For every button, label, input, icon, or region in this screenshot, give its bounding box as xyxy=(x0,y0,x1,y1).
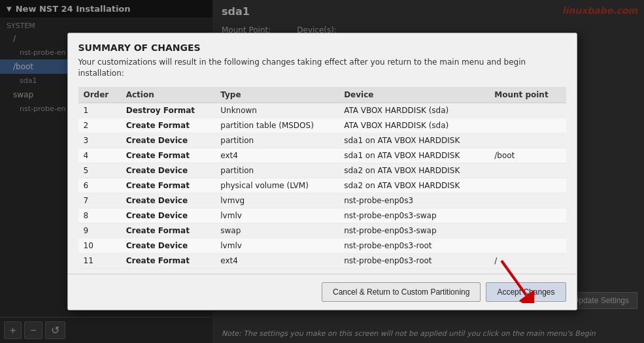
cell-device: nst-probe-enp0s3 xyxy=(339,193,489,208)
cell-action: Create Device xyxy=(121,208,216,223)
cell-mount xyxy=(489,208,566,223)
table-header-row: Order Action Type Device Mount point xyxy=(78,87,566,103)
cell-mount: / xyxy=(489,253,566,268)
changes-table: Order Action Type Device Mount point 1 D… xyxy=(78,87,566,269)
cell-order: 6 xyxy=(78,178,121,193)
cell-action: Create Format xyxy=(121,223,216,238)
cell-action: Create Device xyxy=(121,238,216,253)
cell-order: 10 xyxy=(78,238,121,253)
cell-action: Create Device xyxy=(121,133,216,148)
cell-order: 9 xyxy=(78,223,121,238)
table-row: 9 Create Format swap nst-probe-enp0s3-sw… xyxy=(78,223,566,238)
col-action: Action xyxy=(121,87,216,103)
cell-action: Create Device xyxy=(121,193,216,208)
cell-mount xyxy=(489,103,566,118)
col-device: Device xyxy=(339,87,489,103)
cell-order: 1 xyxy=(78,103,121,118)
cell-order: 5 xyxy=(78,163,121,178)
table-row: 2 Create Format partition table (MSDOS) … xyxy=(78,118,566,133)
cell-type: partition table (MSDOS) xyxy=(215,118,339,133)
cell-mount xyxy=(489,193,566,208)
cell-order: 4 xyxy=(78,148,121,163)
cell-mount xyxy=(489,133,566,148)
cell-type: lvmlv xyxy=(215,208,339,223)
cell-device: nst-probe-enp0s3-root xyxy=(339,253,489,268)
table-row: 8 Create Device lvmlv nst-probe-enp0s3-s… xyxy=(78,208,566,223)
cell-order: 8 xyxy=(78,208,121,223)
cell-type: ext4 xyxy=(215,253,339,268)
table-row: 10 Create Device lvmlv nst-probe-enp0s3-… xyxy=(78,238,566,253)
cell-action: Destroy Format xyxy=(121,103,216,118)
cell-type: physical volume (LVM) xyxy=(215,178,339,193)
cell-mount: /boot xyxy=(489,148,566,163)
table-row: 3 Create Device partition sda1 on ATA VB… xyxy=(78,133,566,148)
cell-type: lvmlv xyxy=(215,238,339,253)
cell-action: Create Format xyxy=(121,148,216,163)
table-row: 4 Create Format ext4 sda1 on ATA VBOX HA… xyxy=(78,148,566,163)
cell-type: partition xyxy=(215,163,339,178)
modal-footer: Cancel & Return to Custom Partitioning A… xyxy=(68,274,577,310)
cell-mount xyxy=(489,118,566,133)
cell-mount xyxy=(489,163,566,178)
cell-order: 7 xyxy=(78,193,121,208)
cell-type: swap xyxy=(215,223,339,238)
cell-order: 11 xyxy=(78,253,121,268)
table-row: 5 Create Device partition sda2 on ATA VB… xyxy=(78,163,566,178)
cell-type: partition xyxy=(215,133,339,148)
col-mount: Mount point xyxy=(489,87,566,103)
cell-action: Create Format xyxy=(121,253,216,268)
cell-device: sda1 on ATA VBOX HARDDISK xyxy=(339,148,489,163)
modal-header: SUMMARY OF CHANGES Your customizations w… xyxy=(68,33,577,82)
cell-device: nst-probe-enp0s3-swap xyxy=(339,208,489,223)
summary-modal: SUMMARY OF CHANGES Your customizations w… xyxy=(67,33,577,310)
cell-device: nst-probe-enp0s3-root xyxy=(339,238,489,253)
cell-type: Unknown xyxy=(215,103,339,118)
cell-order: 2 xyxy=(78,118,121,133)
cell-action: Create Format xyxy=(121,178,216,193)
modal-title: SUMMARY OF CHANGES xyxy=(78,42,566,53)
table-row: 1 Destroy Format Unknown ATA VBOX HARDDI… xyxy=(78,103,566,118)
cell-mount xyxy=(489,238,566,253)
cell-device: sda2 on ATA VBOX HARDDISK xyxy=(339,163,489,178)
cancel-button[interactable]: Cancel & Return to Custom Partitioning xyxy=(322,282,481,302)
cell-device: ATA VBOX HARDDISK (sda) xyxy=(339,103,489,118)
cell-action: Create Format xyxy=(121,118,216,133)
cell-action: Create Device xyxy=(121,163,216,178)
accept-changes-button[interactable]: Accept Changes xyxy=(486,282,566,302)
modal-subtitle: Your customizations will result in the f… xyxy=(78,57,566,79)
modal-body: Order Action Type Device Mount point 1 D… xyxy=(68,82,577,274)
modal-overlay: SUMMARY OF CHANGES Your customizations w… xyxy=(0,0,644,343)
col-type: Type xyxy=(215,87,339,103)
cell-device: nst-probe-enp0s3-swap xyxy=(339,223,489,238)
cell-device: sda2 on ATA VBOX HARDDISK xyxy=(339,178,489,193)
cell-mount xyxy=(489,223,566,238)
cell-mount xyxy=(489,178,566,193)
cell-order: 3 xyxy=(78,133,121,148)
table-row: 7 Create Device lvmvg nst-probe-enp0s3 xyxy=(78,193,566,208)
cell-device: sda1 on ATA VBOX HARDDISK xyxy=(339,133,489,148)
table-row: 11 Create Format ext4 nst-probe-enp0s3-r… xyxy=(78,253,566,268)
table-row: 6 Create Format physical volume (LVM) sd… xyxy=(78,178,566,193)
cell-type: lvmvg xyxy=(215,193,339,208)
col-order: Order xyxy=(78,87,121,103)
cell-type: ext4 xyxy=(215,148,339,163)
cell-device: ATA VBOX HARDDISK (sda) xyxy=(339,118,489,133)
app-container: ▼ New NST 24 Installation SYSTEM / nst-p… xyxy=(0,0,644,343)
